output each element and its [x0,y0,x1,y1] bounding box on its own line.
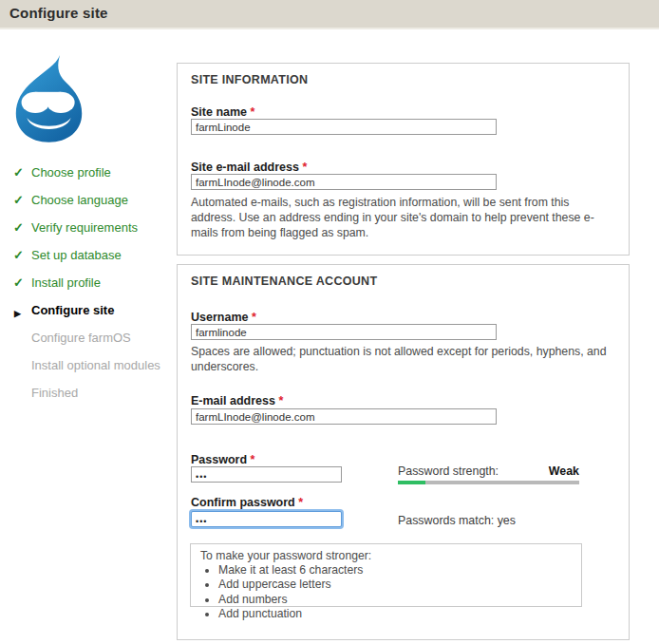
step-install-optional-modules: Install optional modules [13,358,175,386]
step-finished: Finished [13,386,175,413]
step-label: Set up database [31,248,122,262]
step-label: Configure farmOS [31,331,131,345]
username-label: Username * [191,311,256,324]
username-input[interactable] [191,324,497,340]
password-input[interactable] [191,466,342,483]
required-asterisk: * [278,394,283,407]
step-label: Install profile [31,275,101,290]
check-icon: ✓ [13,275,28,291]
required-asterisk: * [252,311,256,324]
page-title: Configure site [9,5,108,21]
username-description: Spaces are allowed; punctuation is not a… [191,344,614,374]
site-name-input[interactable] [191,119,497,135]
password-strength-level: Weak [549,464,579,478]
required-asterisk: * [302,161,307,174]
confirm-password-label: Confirm password * [191,496,303,509]
drupal-install-page: Configure site ✓ Choose profile ✓ Choose… [0,0,659,644]
step-label: Choose profile [31,165,111,180]
site-name-label: Site name * [191,105,254,119]
step-label: Finished [31,386,78,400]
password-strength-bar [398,481,579,484]
maintenance-account-legend: SITE MAINTENANCE ACCOUNT [191,275,377,288]
site-email-description: Automated e-mails, such as registration … [191,195,614,241]
step-label: Install optional modules [31,358,160,372]
password-strength-indicator: Password strength: Weak [398,464,579,484]
required-asterisk: * [251,453,255,466]
step-label: Configure site [31,303,114,317]
password-tips-list: Make it at least 6 characters Add upperc… [218,563,572,622]
password-tip: Add punctuation [218,607,572,621]
account-email-input[interactable] [191,408,497,425]
page-header: Configure site [0,0,659,29]
account-email-label: E-mail address * [191,394,283,407]
passwords-match-status: Passwords match: yes [398,514,516,527]
password-label: Password * [191,453,254,466]
password-tip: Make it at least 6 characters [218,563,572,578]
drupal-logo [7,52,91,144]
step-configure-farmos: Configure farmOS [13,331,175,358]
check-icon: ✓ [13,165,28,180]
required-asterisk: * [251,105,255,119]
password-tip: Add uppercase letters [218,578,572,592]
site-email-input[interactable] [191,174,497,190]
step-label: Choose language [31,193,128,207]
site-information-legend: SITE INFORMATION [191,73,308,86]
confirm-password-input[interactable] [191,511,342,527]
password-strength-bar-fill [398,481,425,484]
step-label: Verify requirements [31,220,138,235]
step-install-profile: ✓ Install profile [13,275,175,303]
step-configure-site: ▶ Configure site [13,303,175,331]
step-set-up-database: ✓ Set up database [13,248,175,275]
site-maintenance-account-section: SITE MAINTENANCE ACCOUNT Username * Spac… [177,264,630,640]
site-email-label: Site e-mail address * [191,161,307,174]
install-task-list: ✓ Choose profile ✓ Choose language ✓ Ver… [13,165,175,413]
check-icon: ✓ [13,220,28,236]
password-strength-label: Password strength: [398,464,499,478]
step-choose-profile: ✓ Choose profile [13,165,175,193]
password-tips-intro: To make your password stronger: [200,549,572,562]
password-tips-box: To make your password stronger: Make it … [190,543,582,607]
check-icon: ✓ [13,193,28,208]
step-choose-language: ✓ Choose language [13,193,175,220]
step-verify-requirements: ✓ Verify requirements [13,220,175,248]
required-asterisk: * [298,496,303,509]
druplicon-icon [7,52,91,144]
current-step-arrow-icon: ▶ [14,306,29,321]
password-tip: Add numbers [218,593,572,607]
check-icon: ✓ [13,248,28,263]
site-information-section: SITE INFORMATION Site name * Site e-mail… [177,63,630,256]
